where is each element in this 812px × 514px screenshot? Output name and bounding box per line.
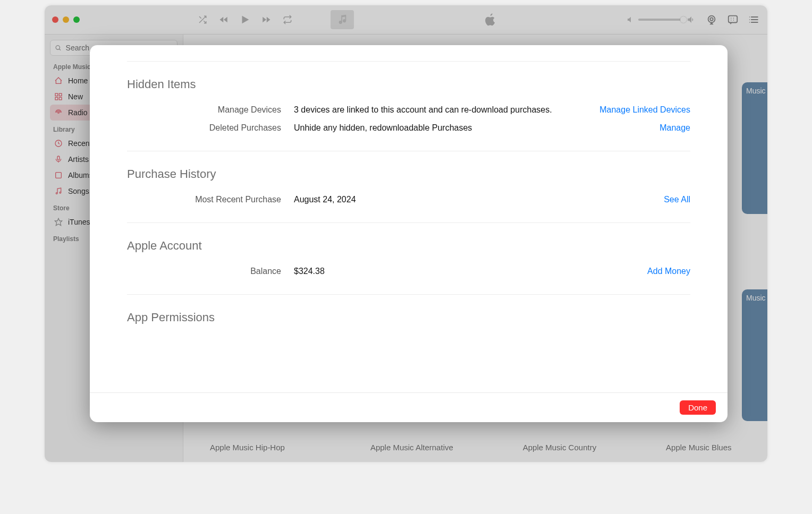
account-settings-modal: Hidden Items Manage Devices 3 devices ar… [90, 45, 728, 422]
manage-linked-devices-link[interactable]: Manage Linked Devices [599, 105, 690, 115]
most-recent-purchase-value: August 24, 2024 [294, 195, 664, 204]
manage-devices-label: Manage Devices [127, 105, 294, 115]
manage-devices-description: 3 devices are linked to this account and… [294, 105, 599, 115]
section-title-hidden-items: Hidden Items [127, 78, 690, 91]
deleted-purchases-description: Unhide any hidden, redownloadable Purcha… [294, 123, 659, 133]
done-button[interactable]: Done [680, 400, 716, 415]
most-recent-purchase-label: Most Recent Purchase [127, 195, 294, 204]
section-title-purchase-history: Purchase History [127, 167, 690, 181]
manage-deleted-link[interactable]: Manage [659, 123, 690, 133]
section-title-apple-account: Apple Account [127, 239, 690, 253]
balance-label: Balance [127, 267, 294, 276]
add-money-link[interactable]: Add Money [647, 267, 690, 276]
balance-value: $324.38 [294, 267, 647, 276]
see-all-link[interactable]: See All [664, 195, 690, 204]
app-window: Apple Music Home New Radio Library Recen… [45, 5, 767, 462]
section-title-app-permissions: App Permissions [127, 311, 690, 324]
deleted-purchases-label: Deleted Purchases [127, 123, 294, 133]
